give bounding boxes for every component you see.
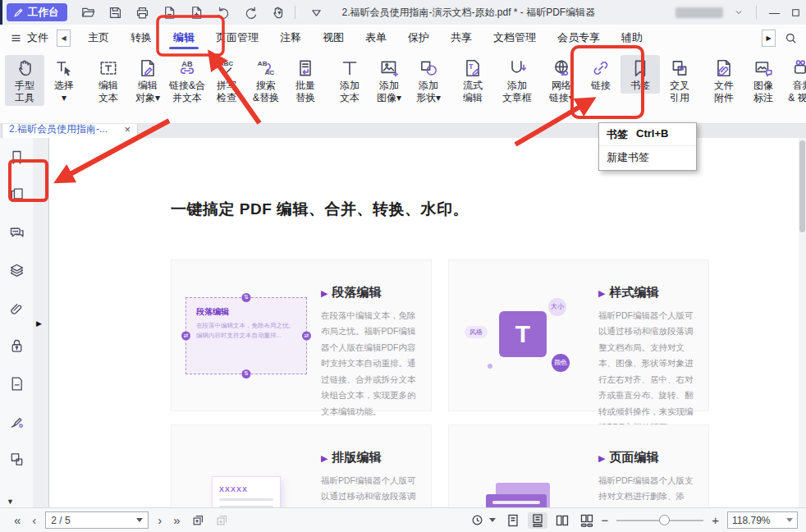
- vertical-scrollbar[interactable]: [799, 138, 806, 507]
- page-dropdown-caret[interactable]: [136, 518, 143, 522]
- quick-page-remove-button[interactable]: [162, 5, 177, 21]
- account-chevron-icon[interactable]: [734, 7, 744, 17]
- menu-tab-辅助[interactable]: 辅助: [611, 25, 653, 51]
- menu-tab-会员专享[interactable]: 会员专享: [547, 25, 611, 51]
- menu-tab-转换[interactable]: 转换: [120, 25, 163, 51]
- sidebar-bookmark-panel[interactable]: [0, 138, 33, 176]
- zoom-slider[interactable]: [616, 520, 703, 521]
- card-title: ▶段落编辑: [321, 285, 418, 300]
- sidebar-comments-panel[interactable]: [0, 213, 33, 251]
- maximize-button[interactable]: [790, 7, 801, 18]
- toolbar-button-spell-check[interactable]: ABC拼写检查: [207, 55, 246, 106]
- sidebar-attachments-panel[interactable]: [0, 289, 33, 327]
- menu-tab-注释[interactable]: 注释: [269, 25, 312, 51]
- file-menu[interactable]: 文件: [0, 30, 57, 45]
- quick-save-button[interactable]: [108, 5, 123, 21]
- menu-bar: 文件 ◀ 主页转换编辑页面管理注释视图表单保护共享文档管理会员专享辅助 ▶: [0, 25, 806, 51]
- quick-open-folder-button[interactable]: [80, 5, 96, 21]
- toolbar-button-hand-tool[interactable]: 手型工具: [5, 55, 44, 106]
- continuous-view-button[interactable]: [528, 512, 547, 529]
- edit-text-icon: [98, 57, 119, 79]
- pdf-page[interactable]: 一键搞定 PDF 编辑、合并、转换、水印。 ⇅⇅ ⇄⇄ 段落编辑在段落中编辑文本…: [49, 138, 806, 507]
- sidebar-layers-panel[interactable]: [0, 251, 33, 289]
- toolbar-button-audio-video[interactable]: 音频& 视频: [783, 55, 806, 106]
- toolbar-button-bookmark[interactable]: 书签: [621, 55, 660, 94]
- facing-view-button[interactable]: [552, 512, 572, 529]
- toolbar-button-batch-replace[interactable]: 批量替换: [286, 55, 325, 106]
- next-view-icon[interactable]: [215, 513, 229, 527]
- toolbar-button-edit-text[interactable]: 编辑文本: [89, 55, 128, 106]
- sidebar-destinations-panel[interactable]: [0, 440, 33, 478]
- toolbar-label-image-annotation: 图像标注: [753, 80, 773, 104]
- menu-tab-编辑[interactable]: 编辑: [163, 25, 205, 51]
- sidebar-security-panel[interactable]: [0, 327, 33, 365]
- quick-print-button[interactable]: [135, 5, 150, 21]
- scrollbar-thumb[interactable]: [799, 140, 805, 232]
- page-number-box[interactable]: 2 / 5: [45, 511, 149, 529]
- page-heading: 一键搞定 PDF 编辑、合并、转换、水印。: [171, 199, 469, 220]
- single-page-view-button[interactable]: [503, 512, 523, 529]
- sidebar-overflow-caret[interactable]: ▼: [7, 498, 14, 506]
- rotate-view-caret[interactable]: [489, 518, 496, 522]
- toolbar-button-add-article-box[interactable]: 添加文章框: [497, 55, 537, 106]
- zoom-dropdown-caret[interactable]: [786, 518, 793, 522]
- menu-tab-文档管理[interactable]: 文档管理: [483, 25, 547, 51]
- quick-pan-hand-button[interactable]: ▾: [270, 5, 282, 21]
- ribbon-collapse-button[interactable]: ◀: [57, 30, 71, 47]
- minimize-button[interactable]: —: [769, 7, 780, 19]
- menu-tab-页面管理[interactable]: 页面管理: [205, 25, 269, 51]
- quick-page-add-button[interactable]: [189, 5, 204, 21]
- toolbar-button-add-shape[interactable]: 添加形状▾: [409, 55, 448, 106]
- first-page-button[interactable]: «: [8, 513, 26, 527]
- workspace-button[interactable]: 工作台: [7, 3, 67, 21]
- pan-hand-caret[interactable]: ▾: [278, 9, 282, 16]
- search-icon[interactable]: [784, 31, 798, 45]
- last-page-button[interactable]: »: [167, 513, 185, 527]
- add-image-icon: [378, 57, 400, 79]
- zoom-out-button[interactable]: −: [599, 513, 610, 527]
- toolbar-button-reflow-edit[interactable]: T流式编辑: [453, 55, 492, 106]
- card-illustration-page: [462, 437, 585, 507]
- zoom-slider-knob[interactable]: [659, 515, 670, 525]
- tab-close-icon[interactable]: ×: [124, 123, 131, 135]
- previous-view-icon[interactable]: [191, 513, 205, 527]
- facing-continuous-view-button[interactable]: [577, 512, 597, 529]
- sidebar-page-dash-panel[interactable]: [0, 365, 33, 402]
- panel-expand-handle[interactable]: ▶: [36, 319, 42, 328]
- user-account-name[interactable]: [675, 7, 723, 18]
- zoom-in-button[interactable]: +: [710, 513, 721, 527]
- next-page-button[interactable]: ›: [152, 513, 167, 527]
- menu-tabs: 主页转换编辑页面管理注释视图表单保护共享文档管理会员专享辅助: [77, 25, 653, 51]
- svg-text:AB: AB: [181, 60, 193, 68]
- ribbon-expand-button[interactable]: ▶: [762, 30, 776, 47]
- toolbar-label-add-shape: 添加形状▾: [416, 80, 441, 104]
- toolbar-button-add-text[interactable]: 添加文本: [330, 55, 369, 106]
- quick-redo-button[interactable]: [243, 5, 259, 21]
- toolbar-button-cross-reference[interactable]: 交叉引用: [660, 55, 699, 106]
- menu-tab-主页[interactable]: 主页: [77, 25, 120, 51]
- toolbar-button-image-annotation[interactable]: 图像标注: [744, 55, 783, 106]
- quick-undo-button[interactable]: [216, 5, 231, 21]
- toolbar-label-edit-object: 编辑对象▾: [135, 80, 160, 104]
- toolbar-button-select-tool[interactable]: 选择▾: [44, 55, 84, 106]
- toolbar-button-edit-object[interactable]: 编辑对象▾: [128, 55, 167, 106]
- toolbar-label-bookmark: 书签: [630, 80, 650, 92]
- toolbar-button-link[interactable]: 链接: [581, 55, 621, 94]
- zoom-level-box[interactable]: 118.79%: [727, 511, 798, 529]
- quick-customize-arrow-button[interactable]: [309, 5, 324, 21]
- menu-tab-表单[interactable]: 表单: [355, 25, 397, 51]
- toolbar-button-search-replace[interactable]: ABAC搜索&替换: [246, 55, 286, 106]
- previous-page-button[interactable]: ‹: [26, 513, 42, 527]
- menu-tab-共享[interactable]: 共享: [440, 25, 483, 51]
- toolbar-button-link-merge-text[interactable]: AB链接&合并文本: [167, 55, 207, 106]
- menu-tab-视图[interactable]: 视图: [312, 25, 355, 51]
- toolbar-button-add-image[interactable]: 添加图像▾: [369, 55, 409, 106]
- sidebar-thumbnails-panel[interactable]: [0, 176, 33, 213]
- rotate-view-icon[interactable]: [470, 513, 484, 527]
- menu-tab-保护[interactable]: 保护: [397, 25, 440, 51]
- toolbar-button-file-attachment[interactable]: 文件附件: [704, 55, 744, 106]
- sidebar-signature-panel[interactable]: [0, 402, 33, 440]
- link-icon: [590, 57, 611, 79]
- toolbar-button-web-link[interactable]: 网络链接▾: [542, 55, 581, 106]
- toolbar-label-add-text: 添加文本: [340, 80, 359, 104]
